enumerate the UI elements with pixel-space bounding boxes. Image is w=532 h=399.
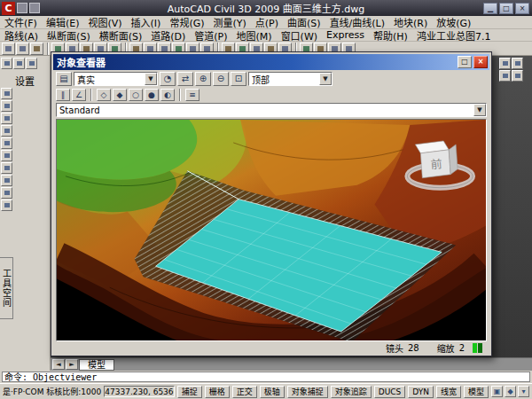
view-direction-value: 顶部: [249, 73, 319, 86]
zoom-out-icon[interactable]: ⊖: [213, 72, 229, 86]
toggle-lineweight[interactable]: 线宽: [436, 386, 461, 398]
viewer-toolbar-1: ▤ 真实 ▼ ◔ ⇄ ⊕ ⊖ ⊡ 顶部 ▼: [53, 70, 489, 88]
visual-style-combo[interactable]: 真实 ▼: [74, 72, 158, 86]
activity-indicator: [473, 343, 482, 353]
menu-help[interactable]: 帮助(H): [369, 28, 412, 43]
left-vertical-toolbar: [1, 88, 12, 211]
tab-prev-icon[interactable]: ◄: [52, 359, 65, 370]
panel-icon[interactable]: [26, 58, 37, 69]
object-viewer-3d-view[interactable]: 前: [57, 120, 486, 340]
app-logo-icon[interactable]: C: [2, 2, 15, 15]
orbit-icon[interactable]: ◔: [160, 72, 176, 86]
settings-icon[interactable]: ≡: [185, 89, 200, 101]
titlebar-icon[interactable]: [17, 3, 27, 13]
menu-profiles[interactable]: 纵断面(S): [43, 28, 95, 43]
toggle-otrack[interactable]: 对象追踪: [331, 386, 372, 398]
shaded-icon[interactable]: ○: [129, 89, 143, 101]
toggle-ducs[interactable]: DUCS: [374, 386, 406, 398]
chevron-down-icon[interactable]: ▼: [473, 104, 486, 116]
scale-info: 是·FP·COM 标核比例:1000: [3, 386, 101, 397]
toolbar-separator: [90, 89, 92, 101]
docked-mini-toolbar: [499, 58, 529, 82]
menu-pipes[interactable]: 管道(P): [190, 28, 231, 43]
toggle-polar[interactable]: 极轴: [260, 386, 285, 398]
materials-icon[interactable]: ◐: [160, 89, 175, 101]
toolbar-icon[interactable]: [1, 175, 12, 186]
toolbar-icon[interactable]: [1, 137, 12, 149]
visual-style-value: 真实: [74, 73, 145, 86]
realistic-icon[interactable]: ●: [145, 89, 159, 101]
dialog-titlebar[interactable]: 对象查看器 □ ×: [53, 54, 489, 70]
toolbar-icon[interactable]: [1, 187, 12, 199]
zoom-in-icon[interactable]: ⊕: [195, 72, 211, 86]
new-icon[interactable]: [2, 43, 15, 55]
toolbar-icon[interactable]: [512, 58, 523, 69]
restore-button[interactable]: □: [499, 3, 513, 14]
titlebar-icon[interactable]: [29, 3, 40, 13]
zoom-window-icon[interactable]: ⊡: [231, 72, 246, 86]
toggle-grid[interactable]: 栅格: [205, 386, 230, 398]
zoom-value: 2: [459, 343, 465, 353]
statusbar: 是·FP·COM 标核比例:1000 47337.230, 65360.115,…: [0, 383, 532, 399]
chevron-down-icon[interactable]: ▼: [319, 73, 332, 85]
close-button[interactable]: ×: [515, 3, 529, 14]
toolbar-icon[interactable]: [1, 125, 12, 137]
menu-express[interactable]: Express: [322, 29, 369, 41]
menu-hongye[interactable]: 鸿业工业总图7.1: [412, 28, 496, 43]
toggle-model[interactable]: 模型: [464, 386, 489, 398]
toggle-osnap[interactable]: 对象捕捉: [287, 386, 328, 398]
toolbar-icon[interactable]: [1, 100, 12, 112]
tray-menu-icon[interactable]: ▾: [518, 386, 529, 397]
pan-icon[interactable]: ⇄: [177, 72, 193, 86]
menu-window[interactable]: 窗口(W): [277, 28, 322, 43]
tab-next-icon[interactable]: ►: [66, 359, 78, 370]
dialog-close-button[interactable]: ×: [473, 56, 488, 68]
toolbar-icon[interactable]: [499, 70, 511, 82]
toolspace-tab[interactable]: 工具空间: [0, 257, 13, 319]
indicator-bright: [473, 343, 477, 353]
viewer-viewport[interactable]: 前: [56, 119, 487, 341]
command-line-input[interactable]: 命令: Objectviewer: [2, 372, 530, 382]
menu-alignments[interactable]: 路线(A): [0, 28, 43, 43]
coordinates-readout[interactable]: 47337.230, 65360.115, 0.000: [104, 386, 174, 397]
menu-corridors[interactable]: 道路(D): [146, 28, 190, 43]
menu-sections[interactable]: 横断面(S): [95, 28, 147, 43]
lens-label: 镜头: [386, 341, 403, 355]
viewcube-side-face[interactable]: [449, 145, 458, 175]
toolbar-icon[interactable]: [1, 162, 12, 174]
toolbar-icon[interactable]: [512, 70, 523, 82]
toggle-ortho[interactable]: 正交: [232, 386, 257, 398]
panel-icon[interactable]: [13, 58, 25, 69]
toolbar-separator: [179, 89, 181, 101]
panel-icon[interactable]: [1, 58, 12, 69]
tray-icon[interactable]: ▣: [491, 386, 503, 397]
toggle-dyn[interactable]: DYN: [408, 386, 434, 398]
settings-label[interactable]: 设置: [15, 74, 35, 88]
tray-icon[interactable]: ◆: [505, 386, 516, 397]
save-icon[interactable]: [30, 43, 43, 55]
save-view-icon[interactable]: ▤: [56, 72, 72, 86]
perspective-icon[interactable]: ∠: [72, 89, 86, 101]
toolbar-icon[interactable]: [1, 200, 12, 211]
toolbar-icon[interactable]: [499, 58, 511, 69]
style-standard-combo[interactable]: Standard ▼: [56, 103, 487, 117]
open-icon[interactable]: [16, 43, 29, 55]
toolbar-separator: [47, 43, 49, 55]
toolbar-icon[interactable]: [1, 88, 12, 99]
minimize-button[interactable]: ▁: [483, 3, 497, 14]
toolbar-icon[interactable]: [1, 150, 12, 161]
toggle-snap[interactable]: 捕捉: [177, 386, 202, 398]
menu-map[interactable]: 地图(M): [232, 28, 277, 43]
chevron-down-icon[interactable]: ▼: [145, 73, 157, 85]
hidden-icon[interactable]: ◆: [113, 89, 127, 101]
status-tray: ▣ ◆ ▾: [491, 386, 529, 397]
titlebar[interactable]: C AutoCAD Civil 3D 2009 曲面三维土方.dwg ▁ □ ×: [0, 0, 532, 16]
layout-tab-bar: ◄ ► 模型: [51, 357, 532, 371]
tab-model[interactable]: 模型: [79, 359, 114, 371]
view-direction-combo[interactable]: 顶部 ▼: [248, 72, 332, 86]
dialog-title: 对象查看器: [57, 55, 106, 69]
dialog-restore-button[interactable]: □: [458, 56, 472, 68]
wireframe-icon[interactable]: ◇: [97, 89, 111, 101]
toolbar-icon[interactable]: [1, 113, 12, 124]
parallel-projection-icon[interactable]: ∥: [56, 89, 70, 101]
